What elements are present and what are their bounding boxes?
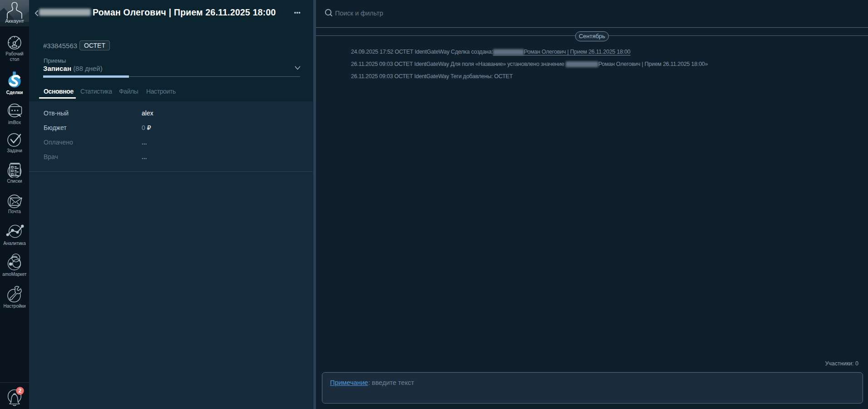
svg-text:2: 2 (19, 388, 22, 394)
